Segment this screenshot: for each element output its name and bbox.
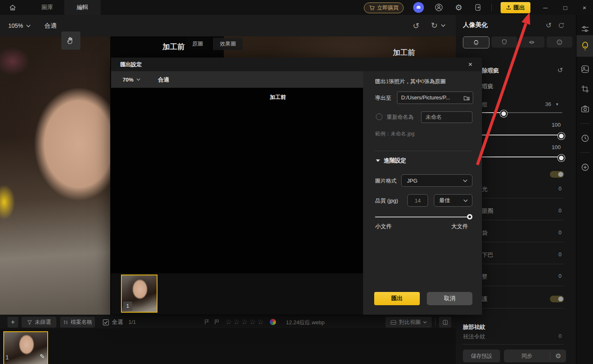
dialog-thumbstrip: 1 [111, 273, 363, 315]
account-icon [434, 3, 443, 12]
rename-field[interactable]: 未命名 [421, 111, 472, 123]
advanced-settings-toggle[interactable]: 進階設定 [376, 157, 406, 164]
quality-value-field[interactable]: 14 [407, 194, 428, 207]
rail-portrait-button[interactable] [576, 35, 593, 57]
export-path-field[interactable]: D:/Users/Pictures/P... [397, 92, 473, 104]
effect-view-chip[interactable]: 效果圖 [213, 38, 243, 50]
format-select[interactable]: JPG [401, 174, 472, 187]
dialog-title: 匯出設定 [120, 61, 142, 68]
home-button[interactable] [4, 0, 21, 15]
rail-history-button[interactable] [576, 128, 593, 149]
select-all-control[interactable]: 全選 [103, 318, 123, 326]
section-wrinkle-title: 臉部祛紋 [463, 323, 485, 331]
hand-icon [66, 36, 75, 45]
quality-slider-knob[interactable] [467, 214, 472, 219]
acne-slider-knob[interactable] [500, 110, 507, 117]
flag-reject-button[interactable] [214, 319, 220, 325]
dialog-thumbnail[interactable]: 1 [121, 275, 157, 313]
row-darkcircle-value: 0 [545, 207, 562, 214]
rename-radio[interactable] [376, 113, 382, 120]
save-preset-button[interactable]: 儲存預設 [463, 350, 500, 362]
preview-photo[interactable] [164, 88, 310, 273]
dialog-cancel-button[interactable]: 取消 [427, 292, 472, 305]
maximize-button[interactable]: □ [556, 0, 574, 15]
export-to-app-button[interactable] [473, 2, 484, 13]
account-button[interactable] [433, 2, 444, 13]
flag-pick-button[interactable] [204, 319, 210, 325]
preview-watermark: 加工前 [270, 94, 286, 101]
sort-button[interactable]: 檔案名稱 [60, 317, 95, 328]
star-icon[interactable]: ☆ [225, 318, 232, 326]
home-icon [9, 4, 17, 12]
dialog-zoom-select[interactable]: 70% [123, 71, 140, 88]
dialog-export-button[interactable]: 匯出 [374, 292, 420, 305]
sync-button-group[interactable]: 同步 ⚙ [504, 350, 566, 362]
color-label-button[interactable] [270, 319, 276, 325]
star-icon[interactable]: ☆ [242, 318, 248, 326]
add-photos-button[interactable]: + [7, 317, 18, 328]
filename-label: 12.24痘痘.webp [286, 319, 324, 326]
canvas-photo-left[interactable] [0, 36, 110, 315]
tool-lips-button[interactable] [519, 36, 545, 48]
folder-browse-icon[interactable] [463, 95, 470, 101]
dialog-zoom-value: 70% [123, 77, 133, 83]
star-icon[interactable]: ☆ [233, 318, 240, 326]
history-clock-icon [581, 134, 590, 143]
rail-effects-button[interactable] [576, 58, 593, 80]
dialog-fit-button[interactable]: 合適 [158, 76, 169, 84]
tool-face-button[interactable] [463, 36, 489, 48]
compare-view-button[interactable]: 對比視圖 [385, 317, 432, 328]
quality-slider[interactable] [375, 217, 470, 217]
zoom-select[interactable]: 105% [8, 15, 31, 36]
buy-now-button[interactable]: 立即購買 [364, 2, 404, 13]
discord-button[interactable] [413, 2, 424, 13]
star-icon[interactable]: ☆ [257, 318, 264, 326]
export-summary: 匯出1張照片，其中0張為原圖 [375, 78, 445, 85]
tool-chin-button[interactable] [491, 36, 517, 48]
dialog-close-button[interactable]: × [465, 60, 475, 70]
minimize-button[interactable]: ─ [536, 0, 554, 15]
zoom-value: 105% [8, 22, 23, 29]
crop-icon [581, 84, 590, 94]
tool-smile-button[interactable] [547, 36, 572, 48]
quality-level-select[interactable]: 最佳 [434, 194, 472, 207]
split-view-button[interactable] [439, 317, 451, 328]
panel-reset-button[interactable]: ↺ [546, 21, 552, 30]
filmstrip-thumbnail[interactable]: 1 ✎ [3, 331, 48, 364]
export-button-label: 匯出 [513, 4, 525, 12]
filter-button[interactable]: 未篩選 [22, 317, 56, 328]
export-button[interactable]: 匯出 [501, 2, 530, 13]
slider100a-knob[interactable] [558, 133, 565, 140]
minimize-icon: ─ [543, 4, 548, 11]
star-icon[interactable]: ☆ [249, 318, 256, 326]
camera-icon [581, 104, 590, 113]
fit-button[interactable]: 合適 [44, 22, 57, 30]
sync-settings-button[interactable]: ⚙ [550, 352, 566, 360]
tab-edit[interactable]: 編輯 [64, 0, 101, 15]
settings-button[interactable]: ⚙ [453, 2, 464, 13]
section-reset-button[interactable]: ↺ [557, 66, 563, 74]
tab-gallery[interactable]: 圖庫 [28, 0, 66, 15]
slider100b-knob[interactable] [558, 154, 565, 162]
compare-view-label: 對比視圖 [399, 318, 421, 326]
close-icon: × [583, 4, 586, 11]
app-window: 圖庫 編輯 立即購買 ⚙ 匯出 ─ □ × 105% [0, 0, 593, 364]
triangle-down-icon[interactable]: ▼ [555, 102, 559, 106]
original-view-chip[interactable]: 原圖 [186, 38, 210, 50]
hand-tool-button[interactable] [61, 31, 80, 50]
rail-add-button[interactable] [576, 157, 593, 178]
face-refresh-button[interactable] [558, 22, 565, 29]
slider100b[interactable] [472, 157, 562, 157]
divider [463, 344, 564, 345]
small-file-label: 小文件 [375, 223, 392, 230]
redo-group[interactable]: ↻ [431, 21, 445, 30]
close-icon: × [468, 60, 472, 69]
rail-crop-button[interactable] [576, 78, 593, 100]
undo-button[interactable]: ↺ [411, 21, 421, 31]
protect-toggle[interactable] [550, 296, 564, 302]
dialog-toolbar: 70% 合適 [111, 71, 363, 88]
slider100a[interactable] [472, 135, 562, 135]
rail-camera-button[interactable] [576, 98, 593, 120]
close-button[interactable]: × [576, 0, 593, 15]
feature-toggle-on[interactable] [550, 171, 564, 178]
